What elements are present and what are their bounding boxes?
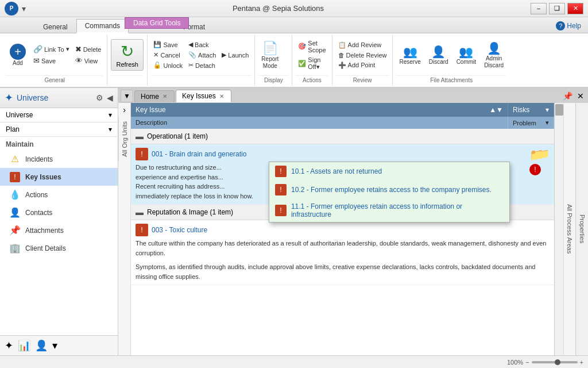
delete-button[interactable]: ✖ Delete: [73, 44, 104, 55]
email-icon: ✉: [33, 56, 40, 65]
sidebar-item-incidents[interactable]: ⚠ Incidents: [0, 150, 118, 168]
ribbon-group-general: + Add 🔗 Link To ▾ ✉ Save ✖ Delete: [2, 34, 107, 86]
popup-item-1[interactable]: ! 10.1 - Assets are not returned: [269, 162, 509, 181]
add-review-icon: 📋: [338, 41, 346, 49]
plan-dropdown[interactable]: Plan ▾: [0, 122, 118, 137]
collapse-sidebar-icon[interactable]: ◀: [107, 93, 113, 102]
cancel-button[interactable]: ✕ Cancel: [151, 50, 185, 60]
tab-bar: ▼ Home ✕ Key Issues ✕ 📌 ✕: [118, 88, 588, 103]
sidebar-item-attachments[interactable]: 📌 Attachments: [0, 221, 118, 239]
report-mode-icon: 📄: [262, 41, 278, 56]
popup-item-3[interactable]: ! 11.1 - Former employees retain access …: [269, 199, 509, 222]
popup-item-2[interactable]: ! 10.2 - Former employee retains access …: [269, 181, 509, 199]
col-keyissue: Key Issue ▲▼: [131, 103, 508, 117]
reserve-icon: 👥: [403, 45, 417, 59]
row-003-title: ! 003 - Toxic culture: [136, 224, 550, 236]
row-001-risk-icon-1: 📁: [529, 148, 544, 162]
footer-btn-1[interactable]: ✦: [3, 338, 14, 353]
menu-icon[interactable]: ▾: [22, 4, 26, 13]
popup-item-1-icon: !: [275, 166, 287, 177]
tab-controls: 📌 ✕: [561, 91, 586, 101]
tab-keyissues-close[interactable]: ✕: [218, 93, 225, 100]
help-button[interactable]: ? Help: [549, 19, 588, 33]
admin-discard-button[interactable]: 👤 AdminDiscard: [481, 40, 506, 71]
process-areas-label[interactable]: All Process Areas: [563, 103, 575, 355]
sidebar-item-actions[interactable]: 💧 Actions: [0, 186, 118, 204]
add-button[interactable]: + Add: [6, 42, 30, 68]
tab-datagridtools[interactable]: Data Grid Tools: [125, 17, 189, 29]
sidebar-title: Universe: [17, 93, 92, 102]
sidebar-item-clientdetails[interactable]: 🏢 Client Details: [0, 239, 118, 257]
col-description: Description: [131, 117, 508, 129]
zoom-out-icon[interactable]: −: [525, 359, 529, 366]
add-point-button[interactable]: ➕ Add Point: [336, 60, 389, 70]
close-button[interactable]: ✕: [567, 3, 583, 14]
zoom-slider[interactable]: [532, 361, 578, 363]
collapse-operational-icon[interactable]: ▬: [136, 132, 144, 141]
tab-panel-collapse[interactable]: ▼: [121, 90, 133, 102]
tab-pin-icon[interactable]: 📌: [561, 91, 574, 101]
minimize-button[interactable]: −: [531, 3, 547, 14]
reserve-button[interactable]: 👥 Reserve: [396, 43, 423, 67]
grid-row-003[interactable]: ! 003 - Toxic culture The culture within…: [131, 220, 554, 285]
tab-general[interactable]: General: [34, 20, 76, 33]
ribbon-group-savecancel: 💾 Save ✕ Cancel 🔓 Unlock ◀ Back: [148, 34, 255, 86]
chevron-down-icon: ▾: [109, 111, 112, 119]
report-mode-button[interactable]: 📄 ReportMode: [258, 39, 281, 71]
set-scope-button[interactable]: 🎯 SetScope: [296, 39, 328, 55]
save-button[interactable]: 💾 Save: [151, 40, 185, 49]
sidebar-item-keyissues[interactable]: ! Key Issues: [0, 168, 118, 186]
back-button[interactable]: ◀ Back: [186, 40, 218, 49]
zoom-in-icon[interactable]: +: [580, 359, 583, 366]
attach-button[interactable]: 📎 Attach: [186, 50, 218, 60]
delete-review-icon: 🗑: [338, 52, 345, 59]
collapse-reputation-icon[interactable]: ▬: [136, 208, 144, 217]
delete-review-button[interactable]: 🗑 Delete Review: [336, 51, 389, 60]
footer-more-icon[interactable]: ▾: [51, 338, 59, 353]
sidebar-item-contacts[interactable]: 👤 Contacts: [0, 204, 118, 221]
row-001-icon: !: [136, 148, 148, 160]
ribbon-col-linkemail: 🔗 Link To ▾ ✉ Save: [31, 44, 72, 66]
sign-off-button[interactable]: ✅ SignOff▾: [296, 55, 328, 72]
row-001-title: ! 001 - Brain drain and generatio 📁: [136, 148, 550, 160]
tab-home[interactable]: Home ✕: [134, 90, 175, 102]
add-icon: +: [10, 44, 26, 60]
unlock-button[interactable]: 🔓 Unlock: [151, 60, 185, 70]
launch-button[interactable]: ▶ Launch: [219, 50, 251, 60]
keyissues-icon: !: [9, 171, 21, 182]
link-to-button[interactable]: 🔗 Link To ▾: [31, 44, 72, 55]
add-point-icon: ➕: [338, 62, 346, 69]
right-scrollbar[interactable]: [554, 103, 563, 355]
discard-icon: 👤: [431, 45, 446, 59]
org-units-label[interactable]: All Org Units: [118, 117, 130, 162]
clientdetails-icon: 🏢: [9, 243, 21, 254]
tab-commands[interactable]: Commands: [76, 19, 129, 33]
footer-btn-3[interactable]: 👤: [34, 338, 49, 353]
view-button[interactable]: 👁 View: [73, 55, 104, 66]
footer-btn-2[interactable]: 📊: [17, 338, 32, 353]
universe-dropdown[interactable]: Universe ▾: [0, 108, 118, 122]
title-bar-left: P ▾: [5, 2, 26, 16]
zoom-control: 100% − +: [507, 359, 583, 366]
row-001-risk-icons: 📁 !: [529, 148, 544, 175]
tab-keyissues[interactable]: Key Issues ✕: [176, 90, 231, 102]
actions-icon: 💧: [9, 189, 21, 200]
grid-header: Key Issue ▲▼ Risks ▾: [131, 103, 554, 117]
discard-button[interactable]: 👤 Discard: [426, 43, 451, 67]
expand-orgunit-icon[interactable]: ›: [118, 103, 130, 117]
email-button[interactable]: ✉ Save: [31, 55, 72, 66]
tab-home-close[interactable]: ✕: [161, 93, 168, 100]
ribbon-group-actions: 🎯 SetScope ✅ SignOff▾ Actions: [292, 34, 332, 86]
refresh-button[interactable]: ↻ Refresh: [111, 39, 144, 71]
tab-close-all-icon[interactable]: ✕: [575, 91, 586, 101]
grid-row-001[interactable]: ! 001 - Brain drain and generatio 📁 Due …: [131, 144, 554, 205]
add-review-button[interactable]: 📋 Add Review: [336, 40, 389, 50]
sign-off-icon: ✅: [298, 60, 306, 67]
zoom-thumb[interactable]: [555, 359, 560, 365]
settings-icon[interactable]: ⚙: [96, 93, 103, 102]
scrollbar-thumb[interactable]: [555, 104, 563, 116]
restore-button[interactable]: ❑: [549, 3, 565, 14]
commit-button[interactable]: 👥 Commit: [454, 43, 479, 67]
detach-button[interactable]: ✂ Detach: [186, 60, 218, 70]
properties-label[interactable]: Properties: [579, 214, 586, 243]
